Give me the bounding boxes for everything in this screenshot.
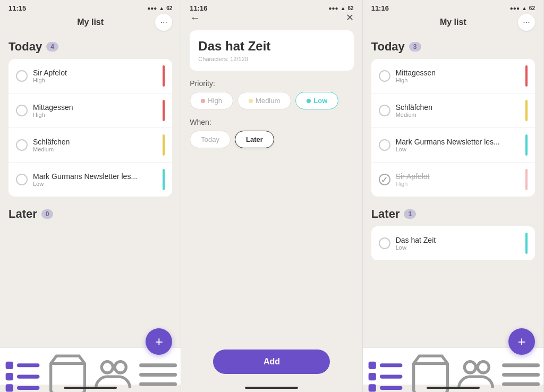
task-checkbox[interactable] xyxy=(16,139,28,151)
task-item[interactable]: Schläfchen Medium xyxy=(8,128,172,163)
priority-bar xyxy=(163,134,165,156)
priority-bar xyxy=(163,169,165,190)
tab-shared[interactable]: Shared xyxy=(90,352,135,392)
right-menu-icon xyxy=(498,352,543,392)
task-input-box: Characters: 12/120 xyxy=(190,30,353,71)
task-item[interactable]: Mittagessen High xyxy=(8,93,172,128)
right-panel: 11:16 ●●● ▲ 62 My list ··· Today 3 Mitta… xyxy=(363,0,544,392)
left-later-section: Later 0 xyxy=(8,207,172,221)
grocery-icon xyxy=(45,352,90,392)
task-priority: High xyxy=(396,77,520,83)
right-more-button[interactable]: ··· xyxy=(518,14,535,31)
svg-rect-12 xyxy=(368,362,376,369)
task-info: Das hat Zeit Low xyxy=(396,236,520,251)
priority-bar xyxy=(163,100,165,121)
task-item[interactable]: Das hat Zeit Low xyxy=(371,226,535,260)
svg-rect-2 xyxy=(6,373,13,380)
add-button[interactable]: Add xyxy=(213,350,330,374)
when-today-button[interactable]: Today xyxy=(190,131,231,148)
when-later-button[interactable]: Later xyxy=(235,131,274,148)
task-priority: High xyxy=(33,112,157,118)
right-today-section: Today 3 xyxy=(371,40,535,54)
svg-rect-4 xyxy=(6,384,13,391)
task-info: Mittagessen High xyxy=(33,103,157,118)
right-later-tasks: Das hat Zeit Low xyxy=(371,226,535,260)
priority-section: Priority: High Medium Low xyxy=(190,79,353,109)
task-checkbox[interactable] xyxy=(379,237,390,249)
task-checkbox[interactable] xyxy=(379,70,390,82)
priority-bar xyxy=(525,100,528,121)
tab-my-list[interactable]: My List xyxy=(0,352,45,392)
left-more-button[interactable]: ··· xyxy=(155,14,172,31)
priority-medium-button[interactable]: Medium xyxy=(237,92,291,109)
priority-options: High Medium Low xyxy=(190,92,353,109)
svg-point-7 xyxy=(101,362,113,373)
right-tab-shared[interactable]: Shared xyxy=(453,352,498,392)
when-options: Today Later xyxy=(190,131,353,148)
priority-high-button[interactable]: High xyxy=(190,92,233,109)
task-priority: Low xyxy=(33,181,157,187)
left-panel: 11:15 ●●● ▲ 62 My list ··· Today 4 Sir A… xyxy=(0,0,181,392)
task-priority: Medium xyxy=(33,146,157,152)
task-item[interactable]: Mark Gurmans Newsletter les... Low xyxy=(371,128,535,163)
back-button[interactable]: ← xyxy=(190,12,200,24)
task-checkbox[interactable] xyxy=(379,139,390,151)
task-item[interactable]: ✓ Sir Apfelot High xyxy=(371,163,535,197)
left-today-section: Today 4 xyxy=(8,40,172,54)
task-item[interactable]: Sir Apfelot High xyxy=(8,59,172,93)
right-content: Today 3 Mittagessen High Schläfchen Medi… xyxy=(363,31,543,347)
add-task-button-right[interactable]: + xyxy=(508,328,535,355)
task-checkbox[interactable] xyxy=(379,105,390,116)
svg-rect-17 xyxy=(380,386,403,390)
priority-bar xyxy=(163,65,165,87)
left-content: Today 4 Sir Apfelot High Mittagessen Hig… xyxy=(0,31,181,347)
svg-rect-5 xyxy=(17,386,40,390)
right-tab-my-list[interactable]: My List xyxy=(363,352,408,392)
priority-bar xyxy=(525,134,528,156)
task-name: Schläfchen xyxy=(33,138,139,146)
task-name: Mark Gurmans Newsletter les... xyxy=(396,138,502,146)
priority-low-label: Low xyxy=(313,97,327,105)
task-title-input[interactable] xyxy=(198,39,345,54)
left-status-bar: 11:15 ●●● ▲ 62 xyxy=(0,0,181,14)
add-task-button[interactable]: + xyxy=(146,328,172,355)
svg-point-20 xyxy=(478,362,489,373)
right-grocery-icon xyxy=(408,352,453,392)
svg-rect-13 xyxy=(380,363,403,367)
task-checkbox[interactable] xyxy=(16,105,28,116)
close-button[interactable]: ✕ xyxy=(346,12,354,23)
tab-groceries[interactable]: Groceries xyxy=(45,352,90,392)
task-info: Mark Gurmans Newsletter les... Low xyxy=(33,172,157,187)
right-tab-menu[interactable]: Menu xyxy=(498,352,543,392)
svg-rect-15 xyxy=(380,375,403,379)
task-priority-completed: High xyxy=(396,181,520,187)
priority-label: Priority: xyxy=(190,79,353,88)
task-name: Mittagessen xyxy=(396,69,502,77)
when-section: When: Today Later xyxy=(190,118,353,148)
svg-rect-0 xyxy=(6,362,13,369)
right-tab-groceries[interactable]: Groceries xyxy=(408,352,453,392)
right-later-title: Later xyxy=(371,207,400,221)
high-dot xyxy=(201,99,205,103)
left-today-tasks: Sir Apfelot High Mittagessen High Schläf… xyxy=(8,59,172,197)
task-item[interactable]: Mark Gurmans Newsletter les... Low xyxy=(8,163,172,197)
task-name-completed: Sir Apfelot xyxy=(396,172,502,181)
left-header-title: My list xyxy=(77,18,104,27)
task-checkbox-checked[interactable]: ✓ xyxy=(379,174,390,185)
shared-icon xyxy=(90,352,135,392)
left-later-badge: 0 xyxy=(41,209,54,219)
task-item[interactable]: Schläfchen Medium xyxy=(371,93,535,128)
when-label: When: xyxy=(190,118,353,126)
task-name: Sir Apfelot xyxy=(33,69,139,77)
when-today-label: Today xyxy=(201,135,219,143)
middle-home-indicator xyxy=(245,387,298,389)
menu-icon xyxy=(135,352,181,392)
task-info: Sir Apfelot High xyxy=(33,69,157,83)
tab-menu[interactable]: Menu xyxy=(135,352,181,392)
char-count: Characters: 12/120 xyxy=(198,56,345,62)
task-item[interactable]: Mittagessen High xyxy=(371,59,535,93)
right-later-badge: 1 xyxy=(404,209,416,219)
priority-low-button[interactable]: Low xyxy=(295,92,338,109)
task-checkbox[interactable] xyxy=(16,70,28,82)
task-checkbox[interactable] xyxy=(16,174,28,185)
